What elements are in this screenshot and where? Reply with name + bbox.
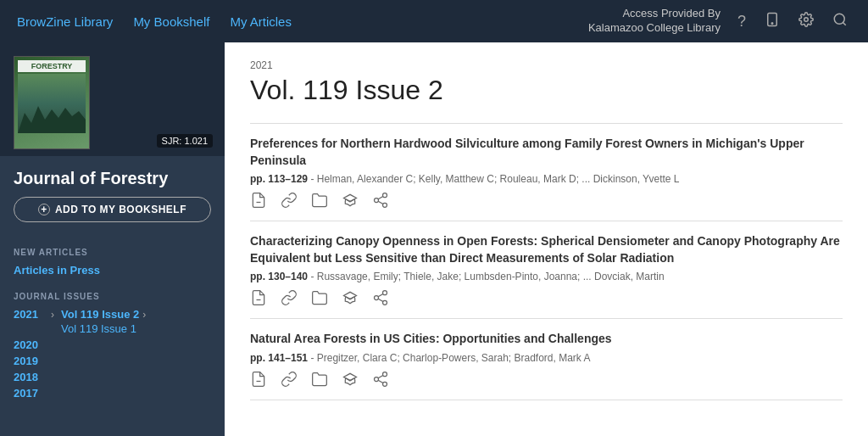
- year-2021-row: 2021 › Vol 119 Issue 2 › Vol 119 Issue 1: [14, 308, 211, 335]
- article-meta-separator-1: -: [310, 173, 316, 185]
- settings-icon-button[interactable]: [795, 8, 817, 35]
- svg-point-6: [383, 193, 387, 198]
- new-articles-label: NEW ARTICLES: [14, 248, 211, 257]
- nav-left: BrowZine Library My Bookshelf My Article…: [17, 14, 292, 29]
- pdf-icon-2[interactable]: [250, 289, 267, 306]
- article-divider-top: [250, 123, 843, 124]
- svg-line-16: [378, 294, 383, 297]
- journal-issues-section: JOURNAL ISSUES 2021 › Vol 119 Issue 2 › …: [0, 283, 225, 411]
- year-2018-row: 2018: [14, 371, 211, 383]
- svg-line-21: [378, 380, 383, 383]
- article-pages-2: pp. 130–140: [250, 271, 308, 282]
- journal-issues-label: JOURNAL ISSUES: [14, 292, 211, 301]
- issue-119-1-link[interactable]: Vol 119 Issue 1: [61, 322, 136, 335]
- svg-point-12: [383, 291, 387, 295]
- article-meta-1: pp. 113–129 - Helman, Alexander C; Kelly…: [250, 173, 843, 185]
- svg-point-13: [375, 296, 379, 300]
- folder-icon-2[interactable]: [311, 289, 328, 306]
- article-authors-1: Helman, Alexander C; Kelly, Matthew C; R…: [317, 173, 680, 185]
- nav-right: Access Provided By Kalamazoo College Lib…: [588, 7, 851, 36]
- svg-line-15: [378, 299, 383, 302]
- svg-line-10: [378, 197, 383, 199]
- search-icon-button[interactable]: [829, 8, 851, 35]
- article-actions-2: [250, 289, 843, 306]
- sidebar: FORESTRY SJR: 1.021 Journal of Forestry …: [0, 42, 225, 436]
- year-2017-row: 2017: [14, 387, 211, 400]
- svg-line-22: [378, 375, 383, 377]
- article-item-1: Preferences for Northern Hardwood Silvic…: [250, 136, 843, 209]
- article-title-1[interactable]: Preferences for Northern Hardwood Silvic…: [250, 136, 843, 169]
- article-divider-3: [250, 318, 843, 319]
- pdf-icon-1[interactable]: [250, 192, 267, 209]
- share-icon-2[interactable]: [372, 289, 389, 306]
- article-actions-3: [250, 371, 843, 388]
- cite-icon-3[interactable]: [342, 371, 359, 388]
- cite-icon-2[interactable]: [342, 289, 359, 306]
- nav-icons: ?: [734, 8, 851, 35]
- year-2020-row: 2020: [14, 338, 211, 351]
- nav-my-bookshelf[interactable]: My Bookshelf: [133, 14, 209, 29]
- nav-my-articles[interactable]: My Articles: [230, 14, 292, 29]
- folder-icon-1[interactable]: [311, 192, 328, 209]
- access-provided-text: Access Provided By Kalamazoo College Lib…: [588, 7, 721, 36]
- article-divider-bottom: [250, 400, 843, 400]
- article-authors-2: Russavage, Emily; Thiele, Jake; Lumbsden…: [317, 271, 665, 282]
- svg-point-8: [383, 204, 387, 208]
- main-content: FORESTRY SJR: 1.021 Journal of Forestry …: [0, 42, 868, 436]
- plus-circle-icon: +: [38, 204, 50, 215]
- svg-line-4: [843, 22, 845, 25]
- article-pages-1: pp. 113–129: [250, 173, 308, 185]
- article-actions-1: [250, 192, 843, 209]
- nav-browzine-library[interactable]: BrowZine Library: [17, 14, 113, 29]
- share-icon-1[interactable]: [372, 192, 389, 209]
- year-2019-link[interactable]: 2019: [14, 355, 51, 367]
- svg-point-7: [375, 198, 379, 203]
- articles-in-press-link[interactable]: Articles in Press: [14, 262, 211, 278]
- svg-point-14: [383, 301, 387, 305]
- share-icon-3[interactable]: [372, 371, 389, 388]
- issue-119-2-item: Vol 119 Issue 2 ›: [61, 308, 146, 321]
- svg-point-3: [834, 14, 844, 24]
- cite-icon-1[interactable]: [342, 192, 359, 209]
- article-meta-3: pp. 141–151 - Pregitzer, Clara C; Charlo…: [250, 352, 843, 364]
- add-bookshelf-label: ADD TO MY BOOKSHELF: [55, 204, 186, 215]
- new-articles-section: NEW ARTICLES Articles in Press: [0, 236, 225, 283]
- svg-point-1: [771, 22, 773, 24]
- article-title-3[interactable]: Natural Area Forests in US Cities: Oppor…: [250, 331, 843, 348]
- issue-119-2-link[interactable]: Vol 119 Issue 2: [61, 308, 139, 321]
- year-2021-chevron: ›: [51, 309, 54, 321]
- svg-point-19: [375, 377, 379, 381]
- add-to-bookshelf-button[interactable]: + ADD TO MY BOOKSHELF: [14, 197, 211, 222]
- link-icon-1[interactable]: [281, 192, 298, 209]
- year-2021-link[interactable]: 2021: [14, 308, 51, 321]
- year-2017-link[interactable]: 2017: [14, 387, 51, 400]
- pdf-icon-3[interactable]: [250, 371, 267, 388]
- article-divider-2: [250, 221, 843, 221]
- svg-point-2: [804, 17, 809, 21]
- year-2018-link[interactable]: 2018: [14, 371, 51, 383]
- svg-line-9: [378, 201, 383, 204]
- year-2019-row: 2019: [14, 355, 211, 367]
- year-2020-link[interactable]: 2020: [14, 338, 51, 351]
- cover-forest-image: [18, 74, 86, 133]
- issue-119-1-item: Vol 119 Issue 1: [61, 322, 146, 335]
- year-2021-issue-list: Vol 119 Issue 2 › Vol 119 Issue 1: [61, 308, 146, 335]
- tablet-icon-button[interactable]: [761, 8, 783, 35]
- help-icon-button[interactable]: ?: [734, 9, 749, 34]
- article-meta-separator-2: -: [310, 271, 316, 282]
- sjr-badge: SJR: 1.021: [157, 134, 213, 148]
- svg-point-20: [383, 382, 387, 386]
- article-title-2[interactable]: Characterizing Canopy Openness in Open F…: [250, 233, 843, 266]
- issue-119-2-chevron: ›: [142, 309, 146, 321]
- folder-icon-3[interactable]: [311, 371, 328, 388]
- link-icon-3[interactable]: [281, 371, 298, 388]
- link-icon-2[interactable]: [281, 289, 298, 306]
- article-item-3: Natural Area Forests in US Cities: Oppor…: [250, 331, 843, 388]
- main-content-area: 2021 Vol. 119 Issue 2 Preferences for No…: [225, 42, 868, 436]
- article-item-2: Characterizing Canopy Openness in Open F…: [250, 233, 843, 306]
- article-meta-2: pp. 130–140 - Russavage, Emily; Thiele, …: [250, 271, 843, 282]
- journal-cover-image: FORESTRY: [14, 56, 90, 149]
- article-authors-3: Pregitzer, Clara C; Charlop-Powers, Sara…: [317, 352, 591, 364]
- volume-year: 2021: [250, 59, 843, 71]
- journal-cover-section: FORESTRY SJR: 1.021: [0, 42, 225, 156]
